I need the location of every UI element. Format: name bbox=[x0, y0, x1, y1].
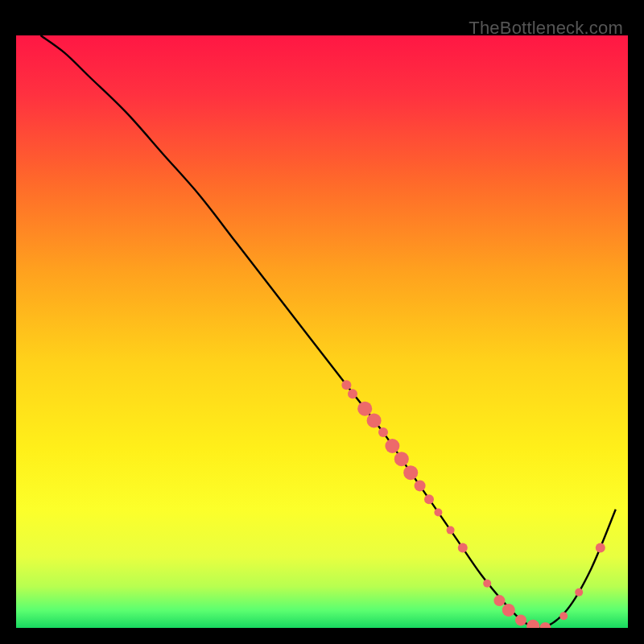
data-point bbox=[458, 543, 468, 553]
data-point bbox=[559, 612, 568, 620]
data-point bbox=[341, 380, 351, 390]
data-point bbox=[502, 604, 515, 617]
watermark-text: TheBottleneck.com bbox=[469, 18, 623, 39]
data-point bbox=[515, 614, 526, 625]
data-point bbox=[424, 494, 434, 504]
data-point bbox=[403, 465, 418, 480]
data-point bbox=[493, 595, 505, 606]
data-point bbox=[385, 439, 399, 453]
data-point bbox=[447, 526, 455, 535]
data-point bbox=[596, 543, 605, 553]
data-point bbox=[575, 588, 583, 597]
gradient-background bbox=[16, 35, 628, 628]
data-point bbox=[378, 427, 388, 437]
data-point bbox=[367, 413, 382, 427]
data-point bbox=[348, 389, 357, 398]
data-point bbox=[394, 452, 409, 466]
data-point bbox=[357, 402, 372, 416]
bottleneck-chart bbox=[16, 16, 628, 628]
data-point bbox=[415, 480, 426, 491]
chart-frame: TheBottleneck.com bbox=[16, 16, 628, 628]
data-point bbox=[483, 580, 491, 588]
data-point bbox=[434, 509, 442, 517]
